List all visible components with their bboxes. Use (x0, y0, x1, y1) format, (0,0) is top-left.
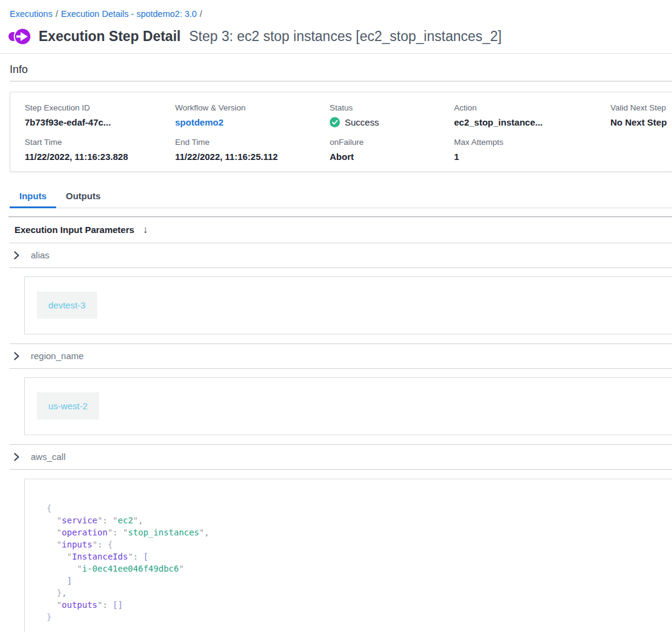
end-time-value: 11/22/2022, 11:16:25.112 (175, 152, 330, 162)
param-value-box: us-west-2 (24, 377, 672, 435)
field-onfailure: onFailure Abort (330, 138, 454, 162)
field-status: Status Success (330, 103, 454, 127)
field-label: Status (330, 103, 454, 112)
param-header-aws-call[interactable]: aws_call (10, 444, 672, 470)
field-label: Max Attempts (454, 138, 610, 147)
chevron-right-icon (13, 352, 20, 360)
info-card: Step Execution ID 7b73f93e-edaf-47c... W… (10, 92, 672, 172)
field-label: End Time (175, 138, 330, 147)
sort-arrow-down-icon[interactable]: ↓ (142, 225, 148, 235)
field-label: onFailure (330, 138, 454, 147)
max-attempts-value: 1 (454, 152, 610, 162)
param-label: region_name (31, 351, 84, 361)
field-label: Action (454, 103, 610, 112)
chevron-right-icon (13, 251, 20, 260)
region-name-value-chip[interactable]: us-west-2 (37, 392, 99, 420)
valid-next-step-value: No Next Step (610, 117, 672, 127)
json-code: { "service": "ec2", "operation": "stop_i… (46, 502, 672, 623)
breadcrumb-separator: / (53, 9, 61, 19)
field-label: Step Execution ID (25, 103, 175, 112)
start-time-value: 11/22/2022, 11:16:23.828 (25, 152, 175, 162)
breadcrumb-link-executions[interactable]: Executions (10, 9, 53, 19)
field-action: Action ec2_stop_instance... (454, 103, 610, 127)
page-title: Execution Step Detail (39, 28, 181, 45)
param-header-region-name[interactable]: region_name (10, 343, 672, 369)
alias-value-chip[interactable]: devtest-3 (37, 292, 97, 319)
workflow-logo-icon (8, 27, 31, 46)
breadcrumb-link-execution-details[interactable]: Execution Details - spotdemo2: 3.0 (61, 9, 197, 19)
page-header: Execution Step Detail Step 3: ec2 stop i… (0, 19, 672, 53)
field-start-time: Start Time 11/22/2022, 11:16:23.828 (25, 138, 175, 162)
divider (10, 81, 672, 81)
field-end-time: End Time 11/22/2022, 11:16:25.112 (175, 138, 330, 162)
workflow-link[interactable]: spotdemo2 (175, 117, 330, 127)
param-label: aws_call (31, 452, 66, 462)
param-header-alias[interactable]: alias (10, 243, 672, 268)
param-value-box: devtest-3 (24, 276, 672, 334)
step-execution-id-value: 7b73f93e-edaf-47c... (25, 117, 175, 127)
field-label: Workflow & Version (175, 103, 330, 112)
tab-inputs[interactable]: Inputs (10, 185, 56, 208)
divider (0, 53, 672, 54)
info-heading: Info (10, 63, 662, 76)
breadcrumb-separator: / (197, 9, 205, 19)
execution-input-parameters-label: Execution Input Parameters (14, 225, 134, 235)
tab-bar: Inputs Outputs (10, 185, 672, 208)
chevron-right-icon (13, 453, 20, 461)
tab-outputs[interactable]: Outputs (56, 185, 110, 208)
aws-call-code-box: { "service": "ec2", "operation": "stop_i… (24, 479, 672, 632)
onfailure-value: Abort (330, 152, 454, 162)
status-badge: Success (345, 117, 379, 127)
field-max-attempts: Max Attempts 1 (454, 138, 610, 162)
execution-input-parameters-header: Execution Input Parameters ↓ (10, 217, 672, 243)
field-label: Valid Next Step (610, 103, 672, 112)
action-value: ec2_stop_instance... (454, 117, 610, 127)
breadcrumb: Executions/Execution Details - spotdemo2… (0, 0, 672, 19)
field-workflow-version: Workflow & Version spotdemo2 (175, 103, 330, 127)
param-label: alias (31, 250, 50, 260)
check-circle-icon (330, 117, 340, 127)
field-valid-next-step: Valid Next Step No Next Step (610, 103, 672, 127)
page-subtitle: Step 3: ec2 stop instances [ec2_stop_ins… (189, 28, 502, 45)
field-label: Start Time (25, 138, 175, 147)
field-step-execution-id: Step Execution ID 7b73f93e-edaf-47c... (25, 103, 175, 127)
